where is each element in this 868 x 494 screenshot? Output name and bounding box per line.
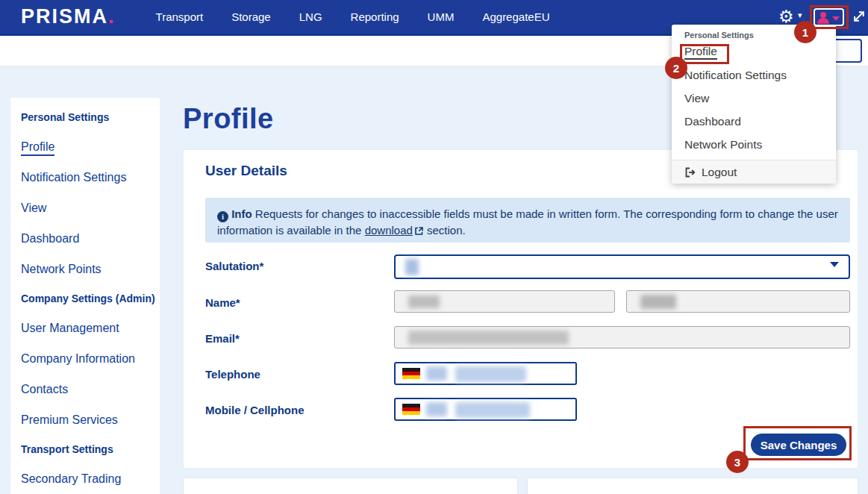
salutation-select[interactable] xyxy=(394,254,850,279)
telephone-redacted-prefix xyxy=(426,366,447,381)
first-name-redacted-value xyxy=(408,296,440,308)
bottom-right-card xyxy=(527,478,858,494)
nav-item-aggregateeu[interactable]: AggregateEU xyxy=(482,10,549,23)
gear-icon[interactable]: ⚙ xyxy=(778,7,794,26)
telephone-redacted-number xyxy=(455,366,526,382)
last-name-input xyxy=(626,290,850,313)
brand-text: PRISMA xyxy=(21,5,108,28)
info-banner: i Info Requests for changes to inaccessi… xyxy=(205,198,850,243)
sidebar-section-personal-settings: Personal Settings xyxy=(21,111,160,123)
annotation-box-1 xyxy=(810,5,849,29)
sidebar-section-transport-settings: Transport Settings xyxy=(21,443,160,455)
menu-item-logout[interactable]: Logout xyxy=(672,160,836,184)
sidebar-item-dashboard[interactable]: Dashboard xyxy=(21,232,160,246)
info-text-after: section. xyxy=(427,224,466,237)
dropdown-header: Personal Settings xyxy=(684,31,754,40)
sidebar-item-profile[interactable]: Profile xyxy=(21,140,160,154)
sidebar-item-contacts[interactable]: Contacts xyxy=(21,383,160,396)
sidebar-item-secondary-trading[interactable]: Secondary Trading xyxy=(21,472,160,486)
nav-item-lng[interactable]: LNG xyxy=(299,10,322,23)
sidebar-item-view[interactable]: View xyxy=(21,201,160,215)
mobile-label: Mobile / Cellphone xyxy=(205,404,305,416)
first-name-input xyxy=(394,290,615,313)
annotation-box-3 xyxy=(743,426,852,460)
name-label: Name* xyxy=(205,296,240,309)
menu-item-notification-settings[interactable]: Notification Settings xyxy=(684,69,787,82)
logout-label: Logout xyxy=(702,166,737,179)
user-details-card: User Details i Info Requests for changes… xyxy=(183,149,858,469)
nav-item-reporting[interactable]: Reporting xyxy=(351,10,399,23)
mobile-input[interactable] xyxy=(394,398,577,421)
sidebar-item-company-information[interactable]: Company Information xyxy=(21,352,160,366)
info-label: Info xyxy=(231,207,252,220)
menu-item-view[interactable]: View xyxy=(684,92,709,105)
logout-icon xyxy=(684,166,696,178)
sidebar-item-user-management[interactable]: User Management xyxy=(21,322,160,335)
mobile-redacted-number xyxy=(455,402,530,418)
nav-links: Transport Storage LNG Reporting UMM Aggr… xyxy=(156,10,550,23)
germany-flag-icon xyxy=(402,368,420,379)
page-title: Profile xyxy=(183,103,274,135)
last-name-redacted-value xyxy=(640,295,676,309)
mobile-redacted-prefix xyxy=(426,402,447,416)
sidebar-item-notification-settings[interactable]: Notification Settings xyxy=(21,171,160,184)
telephone-label: Telephone xyxy=(205,368,260,381)
annotation-circle-1: 1 xyxy=(794,21,817,43)
card-title: User Details xyxy=(205,163,287,179)
menu-item-dashboard[interactable]: Dashboard xyxy=(684,115,741,128)
annotation-circle-3: 3 xyxy=(726,451,749,473)
info-text-before: Requests for changes to inaccessible fie… xyxy=(217,207,838,237)
sidebar-item-profile-label: Profile xyxy=(21,140,54,156)
bottom-left-card xyxy=(183,478,518,494)
nav-item-umm[interactable]: UMM xyxy=(428,10,455,23)
annotation-box-2 xyxy=(680,44,729,64)
salutation-redacted-value xyxy=(405,259,419,275)
menu-item-network-points[interactable]: Network Points xyxy=(684,138,762,151)
sidebar-item-network-points[interactable]: Network Points xyxy=(21,263,160,276)
nav-item-transport[interactable]: Transport xyxy=(156,10,204,23)
email-label: Email* xyxy=(205,332,240,345)
brand-dot: . xyxy=(108,5,116,28)
annotation-circle-2: 2 xyxy=(665,57,687,79)
sidebar-item-premium-services[interactable]: Premium Services xyxy=(21,413,160,427)
settings-sidebar: Personal Settings Profile Notification S… xyxy=(10,98,160,494)
gear-caret-icon: ▾ xyxy=(798,10,802,20)
sidebar-section-company-settings: Company Settings (Admin) xyxy=(21,293,160,304)
download-link[interactable]: download xyxy=(365,224,413,237)
select-caret-icon xyxy=(830,262,839,267)
external-link-icon xyxy=(414,225,424,238)
info-icon: i xyxy=(217,211,228,222)
prisma-logo[interactable]: PRISMA. xyxy=(21,5,116,28)
salutation-label: Salutation* xyxy=(205,260,263,272)
fullscreen-icon[interactable] xyxy=(852,10,866,26)
nav-item-storage[interactable]: Storage xyxy=(231,10,271,23)
email-redacted-value xyxy=(408,331,569,345)
telephone-input[interactable] xyxy=(394,362,577,385)
germany-flag-icon xyxy=(402,404,420,415)
email-input xyxy=(394,326,850,348)
